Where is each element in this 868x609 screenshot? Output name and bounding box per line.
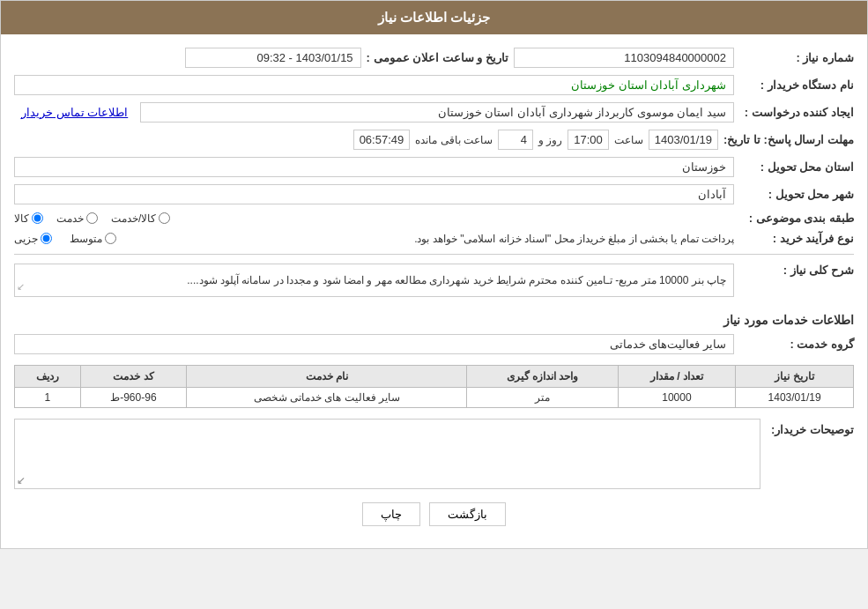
buyer-notes-label: توصیحات خریدار: [766,419,854,436]
row-buyer-org: نام دستگاه خریدار : شهرداری آبادان استان… [14,75,854,95]
purchase-radios: متوسط جزیی [14,233,252,245]
radio-jozii-label: جزیی [14,233,38,245]
cell-quantity: 10000 [618,388,736,408]
col-date: تاریخ نیاز [736,366,854,388]
province-value: خوزستان [14,157,734,177]
group-label: گروه خدمت : [739,338,854,351]
purchase-type-label: نوع فرآیند خرید : [739,232,854,245]
row-city: شهر محل تحویل : آبادان [14,184,854,204]
table-header-row: تاریخ نیاز تعداد / مقدار واحد اندازه گیر… [15,366,854,388]
buyer-org-label: نام دستگاه خریدار : [739,78,854,92]
row-need-number: شماره نیاز : 1103094840000002 تاریخ و سا… [14,48,854,68]
row-requester: ایجاد کننده درخواست : سید ایمان موسوی کا… [14,102,854,123]
requester-value: سید ایمان موسوی کاربرداز شهرداری آبادان … [140,102,734,123]
services-section: تاریخ نیاز تعداد / مقدار واحد اندازه گیر… [14,365,854,408]
radio-motavaset: متوسط [70,233,116,245]
radio-kala: کالا [14,212,43,225]
deadline-time-label: ساعت [614,134,643,146]
row-purchase-type: نوع فرآیند خرید : پرداخت تمام یا بخشی از… [14,232,854,245]
deadline-remaining-value: 06:57:49 [353,130,411,150]
resize-handle-icon: ↙ [17,279,25,295]
radio-motavaset-label: متوسط [70,233,102,245]
city-label: شهر محل تحویل : [739,188,854,201]
page-title: جزئیات اطلاعات نیاز [378,10,490,25]
cell-row-num: 1 [15,388,81,408]
purchase-note: پرداخت تمام یا بخشی از مبلغ خریداز محل "… [257,233,734,245]
row-description: شرح کلی نیاز : چاپ بنر 10000 متر مربع- ت… [14,264,854,304]
print-button[interactable]: چاپ [362,502,420,526]
announce-datetime-value: 1403/01/15 - 09:32 [185,48,361,68]
page-header: جزئیات اطلاعات نیاز [1,1,867,34]
city-value: آبادان [14,184,734,204]
back-button[interactable]: بازگشت [429,502,506,526]
deadline-date-value: 1403/01/19 [649,130,718,150]
buyer-notes-section: توصیحات خریدار: ↙ [14,419,854,489]
radio-motavaset-input[interactable] [105,233,116,244]
divider-1 [14,254,854,255]
description-section-title: شرح کلی نیاز : [739,264,854,277]
page-container: جزئیات اطلاعات نیاز شماره نیاز : 1103094… [0,0,868,549]
deadline-day-label: روز و [538,134,562,146]
main-content: شماره نیاز : 1103094840000002 تاریخ و سا… [1,34,867,548]
row-deadline: مهلت ارسال پاسخ: تا تاریخ: 1403/01/19 سا… [14,130,854,150]
radio-khedmat-label: خدمت [56,212,84,225]
radio-jozii-input[interactable] [41,233,52,244]
col-row-num: ردیف [15,366,81,388]
col-unit: واحد اندازه گیری [467,366,618,388]
services-section-title: اطلاعات خدمات مورد نیاز [14,313,854,327]
cell-date: 1403/01/19 [736,388,854,408]
description-content: چاپ بنر 10000 متر مربع- تـامین کننده محت… [187,274,726,286]
radio-kala-label: کالا [14,212,29,225]
group-value: سایر فعالیت‌های خدماتی [14,334,734,354]
cell-service-name: سایر فعالیت های خدماتی شخصی [187,388,467,408]
description-text: چاپ بنر 10000 متر مربع- تـامین کننده محت… [14,264,734,297]
requester-label: ایجاد کننده درخواست : [739,106,854,119]
deadline-time-value: 17:00 [568,130,609,150]
radio-khedmat: خدمت [56,212,98,225]
col-service-code: کد خدمت [80,366,186,388]
radio-kala-khedmat-input[interactable] [159,212,170,224]
services-table: تاریخ نیاز تعداد / مقدار واحد اندازه گیر… [14,365,854,408]
announce-datetime-label: تاریخ و ساعت اعلان عمومی : [367,51,508,64]
category-radios: کالا/خدمت خدمت کالا [14,212,734,225]
buttons-row: بازگشت چاپ [14,502,854,526]
row-group: گروه خدمت : سایر فعالیت‌های خدماتی [14,334,854,354]
cell-service-code: 960-96-ط [80,388,186,408]
deadline-remaining-label: ساعت باقی مانده [415,134,493,146]
row-category: طبقه بندی موضوعی : کالا/خدمت خدمت کالا [14,212,854,225]
row-province: استان محل تحویل : خوزستان [14,157,854,177]
notes-resize-icon: ↙ [17,475,25,486]
col-quantity: تعداد / مقدار [618,366,736,388]
deadline-days-value: 4 [498,130,533,150]
buyer-org-value: شهرداری آبادان استان خوزستان [14,75,734,95]
radio-khedmat-input[interactable] [86,212,98,224]
need-number-value: 1103094840000002 [514,48,734,68]
deadline-label: مهلت ارسال پاسخ: تا تاریخ: [723,133,854,146]
radio-kala-khedmat-label: کالا/خدمت [111,212,156,225]
cell-unit: متر [467,388,618,408]
buyer-notes-box: ↙ [14,419,760,489]
need-number-label: شماره نیاز : [739,51,854,64]
radio-kala-khedmat: کالا/خدمت [111,212,170,225]
province-label: استان محل تحویل : [739,160,854,174]
table-row: 1403/01/19 10000 متر سایر فعالیت های خدم… [15,388,854,408]
radio-kala-input[interactable] [32,212,43,224]
contact-info-link[interactable]: اطلاعات تماس خریدار [14,103,135,123]
radio-jozii: جزیی [14,233,52,245]
col-service-name: نام خدمت [187,366,467,388]
category-label: طبقه بندی موضوعی : [739,212,854,225]
